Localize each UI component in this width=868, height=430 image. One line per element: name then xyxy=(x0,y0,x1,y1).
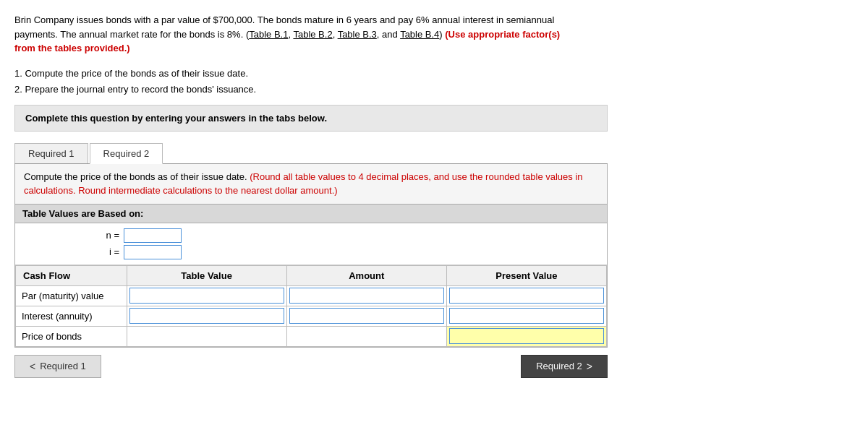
row-par-label: Par (maturity) value xyxy=(16,285,127,306)
table-section: Table Values are Based on: n = i = Cash … xyxy=(14,205,608,348)
comma2: , xyxy=(333,29,338,40)
step-2: 2. Prepare the journal entry to record t… xyxy=(14,82,854,98)
intro-text-2: payments. The annual market rate for the… xyxy=(14,29,249,40)
table-row: Interest (annuity) xyxy=(16,306,607,326)
step-1: 1. Compute the price of the bonds as of … xyxy=(14,66,854,82)
table-b1-link[interactable]: Table B.1 xyxy=(249,29,288,40)
n-i-section: n = i = xyxy=(15,223,607,265)
tabs-row: Required 1 Required 2 xyxy=(14,143,608,164)
interest-table-value-input[interactable] xyxy=(129,308,284,324)
bottom-nav: < Required 1 Required 2 > xyxy=(14,348,608,385)
col-amount: Amount xyxy=(286,265,446,285)
table-b4-link[interactable]: Table B.4 xyxy=(400,29,439,40)
col-table-value: Table Value xyxy=(127,265,286,285)
row-interest-table-value[interactable] xyxy=(127,306,286,326)
table-header-row: Cash Flow Table Value Amount Present Val… xyxy=(16,265,607,285)
interest-amount-input[interactable] xyxy=(289,308,444,324)
table-b2-link[interactable]: Table B.2 xyxy=(293,29,332,40)
interest-pv-input[interactable] xyxy=(449,308,604,324)
row-price-table-value xyxy=(127,326,286,346)
par-table-value-input[interactable] xyxy=(129,288,284,304)
prev-arrow-icon: < xyxy=(30,361,35,372)
table-b3-link[interactable]: Table B.3 xyxy=(338,29,377,40)
intro-paragraph: Brin Company issues bonds with a par val… xyxy=(14,13,579,56)
question-box: Complete this question by entering your … xyxy=(14,105,608,132)
row-par-table-value[interactable] xyxy=(127,285,286,306)
prev-button-label: Required 1 xyxy=(40,361,86,371)
price-pv-input[interactable] xyxy=(449,328,604,344)
question-box-text: Complete this question by entering your … xyxy=(25,113,327,124)
instructions: 1. Compute the price of the bonds as of … xyxy=(14,66,854,98)
row-interest-present-value[interactable] xyxy=(446,306,606,326)
row-par-amount[interactable] xyxy=(286,285,446,306)
main-table: Cash Flow Table Value Amount Present Val… xyxy=(15,265,607,347)
i-row: i = xyxy=(22,245,600,259)
par-pv-input[interactable] xyxy=(449,288,604,304)
table-row: Par (maturity) value xyxy=(16,285,607,306)
n-input[interactable] xyxy=(124,228,182,243)
i-label: i = xyxy=(22,246,124,257)
tab-required-1[interactable]: Required 1 xyxy=(14,143,88,163)
i-input[interactable] xyxy=(124,245,182,259)
row-par-present-value[interactable] xyxy=(446,285,606,306)
comma3: , and xyxy=(377,29,400,40)
par-amount-input[interactable] xyxy=(289,288,444,304)
next-button-label: Required 2 xyxy=(536,361,582,371)
n-label: n = xyxy=(22,230,124,241)
n-row: n = xyxy=(22,228,600,243)
row-interest-label: Interest (annuity) xyxy=(16,306,127,326)
next-button[interactable]: Required 2 > xyxy=(521,355,608,378)
compute-description: Compute the price of the bonds as of the… xyxy=(14,164,608,205)
tab-required-2[interactable]: Required 2 xyxy=(90,143,163,164)
row-price-present-value[interactable] xyxy=(446,326,606,346)
row-price-label: Price of bonds xyxy=(16,326,127,346)
table-row: Price of bonds xyxy=(16,326,607,346)
row-price-amount xyxy=(286,326,446,346)
prev-button[interactable]: < Required 1 xyxy=(14,355,101,378)
table-header: Table Values are Based on: xyxy=(15,205,607,223)
row-interest-amount[interactable] xyxy=(286,306,446,326)
col-cash-flow: Cash Flow xyxy=(16,265,127,285)
intro-text-1: Brin Company issues bonds with a par val… xyxy=(14,14,554,25)
next-arrow-icon: > xyxy=(587,361,592,372)
col-present-value: Present Value xyxy=(446,265,606,285)
